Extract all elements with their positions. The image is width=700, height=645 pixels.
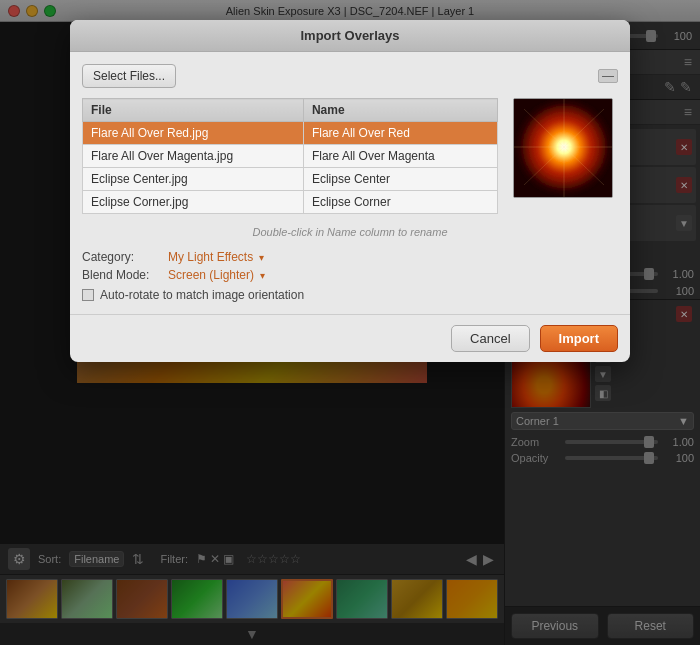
import-button[interactable]: Import [540,325,618,352]
dialog-minus-btn[interactable]: — [598,69,618,83]
file-cell: Eclipse Corner.jpg [83,191,304,214]
table-row[interactable]: Flare All Over Magenta.jpg Flare All Ove… [83,145,498,168]
category-row: Category: My Light Effects ▾ [82,250,618,264]
category-dropdown-arrow[interactable]: ▾ [259,252,264,263]
category-label: Category: [82,250,162,264]
auto-rotate-checkbox[interactable] [82,289,94,301]
blend-mode-label: Blend Mode: [82,268,162,282]
blend-mode-row: Blend Mode: Screen (Lighter) ▾ [82,268,618,282]
file-table: File Name Flare All Over Red.jpg Flare A… [82,98,498,214]
table-row[interactable]: Eclipse Corner.jpg Eclipse Corner [83,191,498,214]
preview-area [508,98,618,214]
modal-overlay: Import Overlays Select Files... — File N… [0,0,700,645]
dialog-content: File Name Flare All Over Red.jpg Flare A… [82,98,618,214]
category-value[interactable]: My Light Effects [168,250,253,264]
file-column-header: File [83,99,304,122]
hint-text: Double-click in Name column to rename [82,222,618,242]
file-cell: Flare All Over Red.jpg [83,122,304,145]
select-files-button[interactable]: Select Files... [82,64,176,88]
name-cell: Eclipse Corner [303,191,497,214]
file-cell: Flare All Over Magenta.jpg [83,145,304,168]
name-cell: Eclipse Center [303,168,497,191]
overlay-preview-box [513,98,613,198]
dialog-toolbar: Select Files... — [82,64,618,88]
cancel-button[interactable]: Cancel [451,325,529,352]
import-dialog: Import Overlays Select Files... — File N… [70,20,630,362]
file-cell: Eclipse Center.jpg [83,168,304,191]
flare-preview-svg [514,99,613,198]
name-cell: Flare All Over Red [303,122,497,145]
table-header-row: File Name [83,99,498,122]
file-table-area: File Name Flare All Over Red.jpg Flare A… [82,98,498,214]
dialog-footer: Cancel Import [70,314,630,362]
blend-mode-value[interactable]: Screen (Lighter) [168,268,254,282]
dialog-title: Import Overlays [70,20,630,52]
dialog-options: Category: My Light Effects ▾ Blend Mode:… [82,250,618,302]
auto-rotate-label: Auto-rotate to match image orientation [100,288,304,302]
name-column-header: Name [303,99,497,122]
blend-mode-dropdown-arrow[interactable]: ▾ [260,270,265,281]
table-row[interactable]: Eclipse Center.jpg Eclipse Center [83,168,498,191]
name-cell: Flare All Over Magenta [303,145,497,168]
file-table-body: Flare All Over Red.jpg Flare All Over Re… [83,122,498,214]
dialog-body: Select Files... — File Name [70,52,630,314]
auto-rotate-row: Auto-rotate to match image orientation [82,288,618,302]
table-row[interactable]: Flare All Over Red.jpg Flare All Over Re… [83,122,498,145]
